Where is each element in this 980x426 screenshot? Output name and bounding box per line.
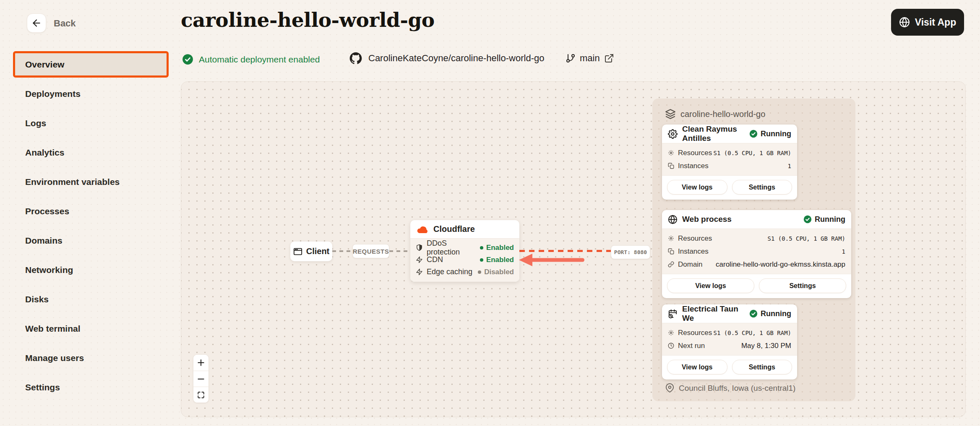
app-group-header: caroline-hello-world-go bbox=[665, 109, 765, 119]
card-footer: View logs Settings bbox=[662, 176, 797, 200]
gear-small-icon bbox=[668, 235, 674, 242]
process-name: Clean Raymus Antilles bbox=[682, 125, 745, 143]
pointer-arrow bbox=[518, 253, 586, 267]
cloudflare-row-edge-caching: Edge caching Disabled bbox=[416, 266, 514, 278]
copies-icon bbox=[668, 163, 674, 169]
edge-caching-label: Edge caching bbox=[427, 268, 478, 276]
git-branch-icon bbox=[566, 53, 576, 63]
sidebar-item-processes[interactable]: Processes bbox=[13, 198, 169, 224]
domain-value: caroline-hello-world-go-ekmss.kinsta.app bbox=[703, 260, 845, 269]
topology-canvas[interactable]: Client REQUESTS PORT: 8080 Cloudflare bbox=[181, 81, 966, 417]
bolt-icon bbox=[416, 268, 423, 275]
card-footer: View logs Settings bbox=[662, 356, 797, 379]
card-footer: View logs Settings bbox=[662, 274, 851, 298]
resources-value: S1 (0.5 CPU, 1 GB RAM) bbox=[712, 330, 791, 336]
edge-caching-status: Disabled bbox=[484, 268, 514, 276]
cdn-label: CDN bbox=[427, 255, 480, 264]
resources-row: Resources S1 (0.5 CPU, 1 GB RAM) bbox=[668, 326, 791, 339]
instances-value: 1 bbox=[709, 163, 791, 169]
browser-icon bbox=[293, 247, 302, 256]
sidebar-item-deployments[interactable]: Deployments bbox=[13, 81, 169, 107]
sidebar-item-web-terminal[interactable]: Web terminal bbox=[13, 315, 169, 342]
repo-link[interactable]: CarolineKateCoyne/caroline-hello-world-g… bbox=[349, 52, 544, 65]
deployment-status-label: Automatic deployment enabled bbox=[199, 55, 320, 65]
cloudflare-icon bbox=[417, 225, 429, 234]
bolt-icon bbox=[416, 256, 423, 263]
arrow-left-icon bbox=[31, 18, 42, 29]
sidebar-item-networking[interactable]: Networking bbox=[13, 257, 169, 283]
app-overview-page: Back caroline-hello-world-go Visit App A… bbox=[0, 0, 980, 426]
app-group-panel: caroline-hello-world-go Clean Raymus Ant… bbox=[652, 99, 855, 401]
card-body: Resources S1 (0.5 CPU, 1 GB RAM) Instanc… bbox=[662, 143, 797, 176]
settings-button[interactable]: Settings bbox=[732, 360, 792, 374]
cloudflare-card: Cloudflare DDoS protection Enabled CDN bbox=[410, 220, 519, 282]
layers-icon bbox=[665, 109, 676, 119]
requests-label: REQUESTS bbox=[352, 244, 389, 258]
domain-label: Domain bbox=[678, 260, 703, 269]
sidebar-item-overview[interactable]: Overview bbox=[13, 51, 169, 78]
card-body: Resources S1 (0.5 CPU, 1 GB RAM) Next ru… bbox=[662, 323, 797, 356]
cloudflare-card-header: Cloudflare bbox=[410, 220, 519, 238]
next-run-label: Next run bbox=[678, 342, 705, 350]
resources-label: Resources bbox=[678, 234, 712, 243]
resources-value: S1 (0.5 CPU, 1 GB RAM) bbox=[712, 235, 845, 242]
process-name: Electrical Taun We bbox=[682, 304, 745, 323]
visit-app-label: Visit App bbox=[915, 17, 956, 28]
sidebar-item-analytics[interactable]: Analytics bbox=[13, 139, 169, 166]
globe-icon bbox=[668, 215, 678, 224]
view-logs-button[interactable]: View logs bbox=[667, 180, 727, 195]
fit-view-button[interactable] bbox=[193, 387, 209, 403]
back-button[interactable] bbox=[27, 13, 46, 33]
status-dot bbox=[480, 246, 483, 249]
settings-button[interactable]: Settings bbox=[759, 278, 846, 293]
visit-app-button[interactable]: Visit App bbox=[891, 9, 964, 36]
resources-value: S1 (0.5 CPU, 1 GB RAM) bbox=[712, 150, 791, 156]
shield-half-icon bbox=[416, 244, 423, 251]
port-label: PORT: 8080 bbox=[611, 245, 650, 259]
sidebar-item-environment-variables[interactable]: Environment variables bbox=[13, 169, 169, 195]
sidebar-item-disks[interactable]: Disks bbox=[13, 286, 169, 312]
status-badge: Running bbox=[803, 215, 845, 224]
view-logs-button[interactable]: View logs bbox=[667, 360, 727, 374]
copies-icon bbox=[668, 248, 674, 255]
external-link-icon[interactable] bbox=[604, 53, 614, 63]
settings-button[interactable]: Settings bbox=[732, 180, 792, 195]
sidebar-item-domains[interactable]: Domains bbox=[13, 227, 169, 254]
cloudflare-card-body: DDoS protection Enabled CDN Enabled bbox=[410, 238, 519, 282]
clock-icon bbox=[668, 343, 674, 349]
zoom-controls bbox=[193, 354, 209, 403]
connector-client-requests bbox=[332, 250, 352, 252]
datacenter-location: Council Bluffs, Iowa (us-central1) bbox=[665, 383, 795, 393]
sidebar-item-manage-users[interactable]: Manage users bbox=[13, 345, 169, 371]
zoom-out-button[interactable] bbox=[193, 371, 209, 387]
status-badge: Running bbox=[749, 309, 791, 318]
branch-row: main bbox=[566, 53, 614, 64]
gear-small-icon bbox=[668, 150, 674, 156]
cloudflare-row-ddos: DDoS protection Enabled bbox=[416, 242, 514, 254]
next-run-value: May 8, 1:30 PM bbox=[705, 342, 791, 350]
zoom-in-button[interactable] bbox=[193, 355, 209, 371]
next-run-row: Next run May 8, 1:30 PM bbox=[668, 339, 791, 352]
process-card-cron: Electrical Taun We Running Resources S1 … bbox=[662, 304, 797, 379]
ddos-status: Enabled bbox=[486, 244, 514, 252]
check-circle-icon bbox=[182, 54, 193, 65]
github-icon bbox=[349, 52, 362, 65]
status-label: Running bbox=[761, 309, 791, 318]
cog-icon bbox=[668, 129, 678, 139]
card-header: Clean Raymus Antilles Running bbox=[662, 125, 797, 143]
instances-label: Instances bbox=[678, 162, 709, 170]
process-name: Web process bbox=[682, 215, 799, 224]
instances-row: Instances 1 bbox=[668, 159, 791, 172]
sidebar-item-logs[interactable]: Logs bbox=[13, 110, 169, 136]
status-dot bbox=[480, 258, 483, 262]
ddos-label: DDoS protection bbox=[427, 239, 480, 257]
back-label[interactable]: Back bbox=[54, 18, 76, 29]
resources-row: Resources S1 (0.5 CPU, 1 GB RAM) bbox=[668, 146, 791, 159]
sidebar: Overview Deployments Logs Analytics Envi… bbox=[13, 51, 169, 403]
status-badge: Running bbox=[749, 130, 791, 138]
view-logs-button[interactable]: View logs bbox=[667, 278, 754, 293]
page-title: caroline-hello-world-go bbox=[181, 8, 435, 31]
card-header: Electrical Taun We Running bbox=[662, 304, 797, 323]
sidebar-item-settings[interactable]: Settings bbox=[13, 374, 169, 400]
cloudflare-title: Cloudflare bbox=[433, 224, 475, 234]
